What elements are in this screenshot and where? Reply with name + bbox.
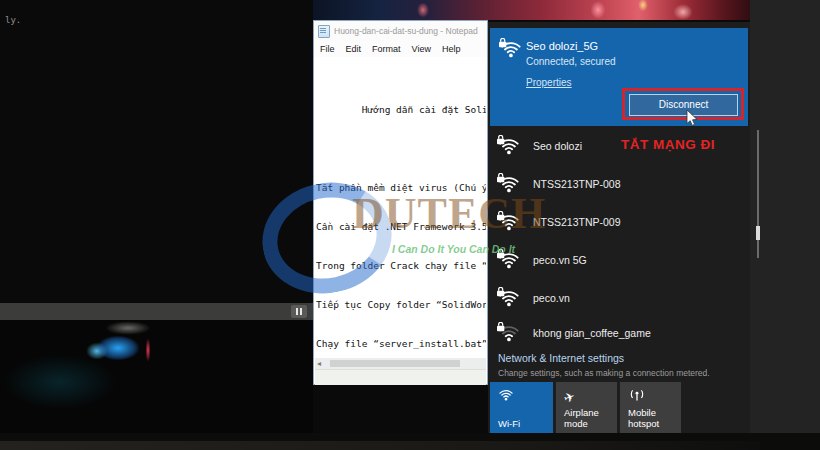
console-text: ly. <box>5 15 21 25</box>
wifi-toggle-tile[interactable]: Wi-Fi <box>490 382 553 433</box>
wifi-network-row[interactable]: peco.vn 5G <box>488 241 750 279</box>
taskbar-highlight <box>0 441 760 450</box>
notepad-text-area[interactable]: Hướng dẫn cài đặt Soli Tắt phần mềm diệt… <box>316 77 486 377</box>
taskbar <box>0 433 820 450</box>
background-window-panel <box>750 0 820 433</box>
properties-link[interactable]: Properties <box>526 77 572 88</box>
wifi-network-row[interactable]: khong gian_coffee_game <box>488 316 750 350</box>
network-settings-hint: Change settings, such as making a connec… <box>498 368 710 378</box>
notepad-line: Tắt phần mềm diệt virus (Chú ý <box>316 181 486 194</box>
airplane-tile-label: Airplane mode <box>564 407 614 429</box>
network-ssid: NTSS213TNP-008 <box>533 178 621 190</box>
annotation-red-box <box>622 88 744 120</box>
menu-format[interactable]: Format <box>372 44 401 54</box>
hotspot-icon <box>628 388 646 406</box>
notepad-line: Chạy file “server_install.bat” <box>316 337 486 350</box>
notepad-horizontal-scrollbar[interactable]: ◂ <box>315 358 486 369</box>
notepad-line: Trong folder Crack chạy file “ <box>316 259 486 272</box>
mouse-cursor <box>686 110 699 132</box>
toolbar-dots-button[interactable] <box>291 305 307 318</box>
network-ssid: khong gian_coffee_game <box>533 327 651 339</box>
notepad-statusbar <box>315 369 486 385</box>
wifi-network-row[interactable]: Seo dolozi <box>488 127 750 165</box>
notepad-line: Hướng dẫn cài đặt Soli <box>316 103 486 116</box>
menu-edit[interactable]: Edit <box>346 44 362 54</box>
notepad-titlebar[interactable]: Huong-dan-cai-dat-su-dung - Notepad <box>314 21 487 41</box>
wifi-network-row[interactable]: NTSS213TNP-009 <box>488 203 750 241</box>
menu-file[interactable]: File <box>320 44 335 54</box>
wifi-flyout-panel: Seo dolozi_5G Connected, secured Propert… <box>488 22 750 433</box>
wifi-network-row[interactable]: NTSS213TNP-008 <box>488 165 750 203</box>
mobile-hotspot-tile[interactable]: Mobile hotspot <box>620 382 681 433</box>
network-ssid: peco.vn 5G <box>533 254 587 266</box>
connected-ssid: Seo dolozi_5G <box>526 40 598 52</box>
wifi-icon <box>498 388 514 406</box>
notepad-icon <box>318 25 330 38</box>
notepad-line: Cần cài đặt .NET Framework 3.5 <box>316 220 486 233</box>
network-settings-link[interactable]: Network & Internet settings <box>498 352 624 364</box>
background-toolbar <box>0 303 313 320</box>
notepad-window: Huong-dan-cai-dat-su-dung - Notepad File… <box>313 20 488 385</box>
notepad-menubar: File Edit Format View Help <box>314 41 487 57</box>
wifi-network-row[interactable]: peco.vn <box>488 279 750 317</box>
wifi-tile-label: Wi-Fi <box>498 418 548 429</box>
menu-help[interactable]: Help <box>442 44 461 54</box>
network-ssid: Seo dolozi <box>533 140 582 152</box>
wifi-lock-icon <box>499 38 521 60</box>
airplane-mode-tile[interactable]: ✈ Airplane mode <box>556 382 617 433</box>
desktop-wallpaper <box>313 0 753 20</box>
notepad-title: Huong-dan-cai-dat-su-dung - Notepad <box>334 26 478 36</box>
connection-status: Connected, secured <box>526 56 616 67</box>
background-video-frame <box>0 320 313 433</box>
airplane-icon: ✈ <box>564 388 575 406</box>
scrollbar-left-arrow-icon[interactable]: ◂ <box>317 358 321 369</box>
notepad-line <box>316 142 486 155</box>
scrollbar-thumb[interactable] <box>756 226 760 240</box>
menu-view[interactable]: View <box>412 44 431 54</box>
network-ssid: NTSS213TNP-009 <box>533 216 621 228</box>
network-ssid: peco.vn <box>533 292 570 304</box>
scrollbar-thumb[interactable] <box>330 360 460 367</box>
notepad-line: Tiếp tục Copy folder “SolidWor <box>316 298 486 311</box>
hotspot-tile-label: Mobile hotspot <box>628 407 678 429</box>
screen: ly. Huong-dan-cai-dat-su-dung - Notepad … <box>0 0 820 450</box>
